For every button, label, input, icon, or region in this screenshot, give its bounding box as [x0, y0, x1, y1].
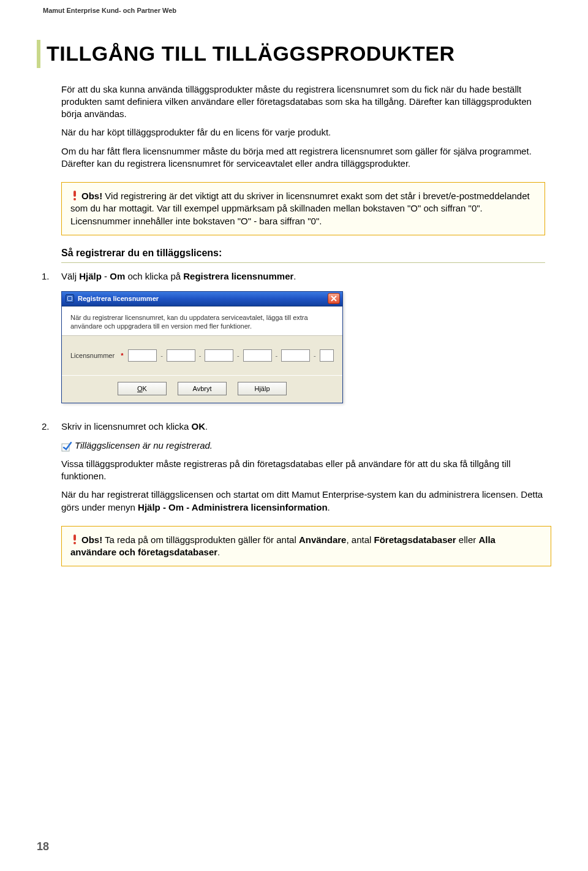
intro-para-3: Om du har fått flera licensnummer måste … — [61, 145, 545, 170]
document-header: Mamut Enterprise Kund- och Partner Web — [37, 6, 551, 15]
step-1-mid: - — [102, 271, 110, 281]
dialog-help-button[interactable]: Hjälp — [238, 382, 287, 395]
title-bar: TILLGÅNG TILL TILLÄGGSPRODUKTER — [37, 40, 551, 68]
dialog-info-text: När du registrerar licensnumret, kan du … — [62, 307, 342, 337]
step-2-confirm-text: Tilläggslicensen är nu registrerad. — [75, 440, 213, 451]
step-2-number: 2. — [37, 420, 61, 433]
step-1-bold2: Om — [110, 271, 125, 281]
step-2-p2-post: . — [328, 502, 330, 512]
check-icon — [61, 441, 72, 452]
svg-point-1 — [74, 198, 76, 200]
step-1-bold3: Registrera licensnummer — [183, 271, 293, 281]
intro-para-2: När du har köpt tilläggsprodukter får du… — [61, 126, 545, 139]
dialog-cancel-button[interactable]: Avbryt — [178, 382, 227, 395]
step-1-text: Välj Hjälp - Om och klicka på Registrera… — [61, 270, 551, 283]
license-segment-6[interactable] — [320, 349, 334, 362]
license-segment-1[interactable] — [128, 349, 157, 362]
license-segment-5[interactable] — [281, 349, 310, 362]
register-license-dialog: Registrera licensnummer När du registrer… — [61, 291, 343, 404]
note-2-pre: Ta reda på om tilläggsprodukten gäller f… — [102, 534, 299, 545]
step-1-mid2: och klicka på — [125, 271, 183, 281]
note-1-bold: Obs! — [81, 191, 102, 201]
step-2-p2-bold: Hjälp - Om - Administrera licensinformat… — [138, 502, 328, 512]
step-2-pre: Skriv in licensnumret och klicka — [61, 421, 192, 432]
note-2-bold: Obs! — [81, 534, 102, 545]
dialog-titlebar: Registrera licensnummer — [62, 292, 342, 306]
license-segment-3[interactable] — [205, 349, 233, 362]
step-2-bold: OK — [192, 421, 206, 432]
page-title: TILLGÅNG TILL TILLÄGGSPRODUKTER — [47, 40, 551, 68]
note-2-mid1: , antal — [346, 534, 374, 545]
note-box-1: Obs! Vid registrering är det viktigt att… — [61, 182, 545, 235]
svg-rect-0 — [74, 191, 76, 197]
note-2-post: . — [217, 547, 220, 557]
dialog-app-icon — [66, 294, 74, 303]
svg-point-4 — [74, 542, 76, 544]
note-box-2: Obs! Ta reda på om tilläggsprodukten gäl… — [61, 526, 551, 567]
step-1-pre: Välj — [61, 271, 79, 281]
procedure-heading: Så registrerar du en tilläggslicens: — [61, 246, 545, 260]
exclamation-icon — [70, 190, 79, 201]
required-asterisk: * — [121, 351, 123, 360]
step-2-text: Skriv in licensnumret och klicka OK. — [61, 420, 551, 433]
note-2-mid2: eller — [456, 534, 479, 545]
license-segment-2[interactable] — [167, 349, 195, 362]
step-1-bold1: Hjälp — [79, 271, 102, 281]
dialog-title: Registrera licensnummer — [78, 294, 328, 303]
note-2-b1: Användare — [299, 534, 347, 545]
intro-para-1: För att du ska kunna använda tilläggspro… — [61, 83, 545, 121]
note-2-b2: Företagsdatabaser — [374, 534, 456, 545]
step-2-confirm: Tilläggslicensen är nu registrerad. — [61, 439, 551, 452]
license-segment-4[interactable] — [243, 349, 272, 362]
dialog-close-button[interactable] — [328, 293, 340, 304]
step-2-post: . — [205, 421, 208, 432]
step-1-post: . — [293, 271, 296, 281]
exclamation-icon — [70, 534, 79, 545]
note-1-text: Vid registrering är det viktigt att du s… — [70, 191, 530, 226]
step-1-number: 1. — [37, 270, 61, 283]
step-2-para-1: Vissa tilläggsprodukter måste registrera… — [61, 458, 551, 483]
svg-rect-3 — [74, 534, 76, 541]
license-label: Licensnummer — [70, 351, 115, 360]
page-number: 18 — [37, 839, 49, 854]
dialog-ok-button[interactable]: OK — [118, 382, 167, 395]
divider — [61, 262, 545, 263]
step-2-para-2: När du har registrerat tilläggslicensen … — [61, 489, 551, 514]
